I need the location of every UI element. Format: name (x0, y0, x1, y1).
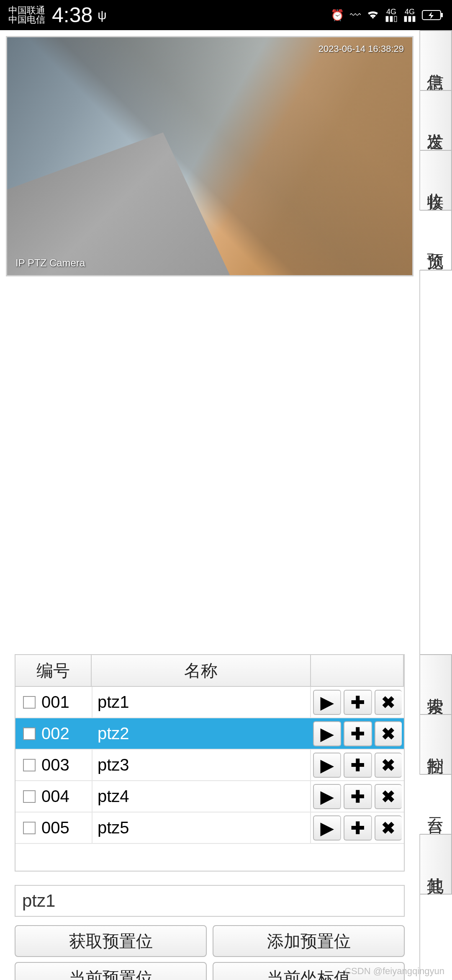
alarm-icon: ⏰ (331, 9, 344, 22)
vibrate-icon: 〰 (350, 9, 361, 22)
checkbox[interactable] (23, 790, 36, 803)
usb-icon: ψ (98, 8, 106, 22)
play-icon[interactable]: ▶ (313, 721, 341, 746)
checkbox[interactable] (23, 822, 36, 834)
tab-send[interactable]: 发送 (420, 90, 452, 151)
close-icon[interactable]: ✖ (375, 690, 402, 715)
tab-info[interactable]: 信息 (420, 30, 452, 91)
play-icon[interactable]: ▶ (313, 784, 341, 809)
plus-icon[interactable]: ✚ (344, 815, 372, 841)
tabs-top: 信息 发送 接收 预览 (419, 30, 452, 654)
svg-rect-1 (441, 13, 443, 17)
checkbox[interactable] (23, 696, 36, 709)
video-label: IP PTZ Camera (15, 257, 85, 269)
tab-receive[interactable]: 接收 (420, 150, 452, 211)
table-blank (15, 844, 404, 871)
table-row[interactable]: 003 ptz3 ▶✚✖ (15, 750, 404, 781)
plus-icon[interactable]: ✚ (344, 721, 372, 746)
video-preview[interactable]: 2023-06-14 16:38:29 IP PTZ Camera (6, 36, 413, 276)
status-bar: 中国联通 中国电信 4:38 ψ ⏰ 〰 4G▮▮▯ 4G▮▮▮ (0, 0, 452, 30)
table-row[interactable]: 004 ptz4 ▶✚✖ (15, 781, 404, 812)
get-preset-button[interactable]: 获取预置位 (15, 925, 207, 957)
header-id[interactable]: 编号 (15, 655, 92, 686)
checkbox[interactable] (23, 759, 36, 771)
current-preset-button[interactable]: 当前预置位 (15, 962, 207, 980)
plus-icon[interactable]: ✚ (344, 784, 372, 809)
tabs-bottom: 搜索 控制 云台 其他 (419, 654, 452, 980)
battery-icon (422, 9, 444, 21)
status-time: 4:38 (52, 3, 92, 27)
table-row[interactable]: 005 ptz5 ▶✚✖ (15, 812, 404, 844)
tab-other[interactable]: 其他 (420, 834, 452, 895)
checkbox[interactable] (23, 727, 36, 740)
header-name[interactable]: 名称 (92, 655, 311, 686)
tab-preview[interactable]: 预览 (419, 210, 452, 271)
watermark: CSDN @feiyangqingyun (344, 966, 444, 977)
tab-ptz[interactable]: 云台 (419, 774, 452, 835)
play-icon[interactable]: ▶ (313, 690, 341, 715)
plus-icon[interactable]: ✚ (344, 753, 372, 778)
signal-4g-1-icon: 4G▮▮▯ (385, 8, 398, 22)
signal-4g-2-icon: 4G▮▮▮ (403, 8, 416, 22)
close-icon[interactable]: ✖ (375, 815, 402, 841)
close-icon[interactable]: ✖ (375, 753, 402, 778)
wifi-icon (367, 10, 379, 20)
video-timestamp: 2023-06-14 16:38:29 (318, 44, 404, 54)
plus-icon[interactable]: ✚ (344, 690, 372, 715)
carrier-2: 中国电信 (8, 15, 45, 24)
play-icon[interactable]: ▶ (313, 753, 341, 778)
carrier-1: 中国联通 (8, 6, 45, 15)
close-icon[interactable]: ✖ (375, 721, 402, 746)
table-row[interactable]: 002 ptz2 ▶✚✖ (15, 718, 404, 750)
tab-control[interactable]: 控制 (420, 714, 452, 775)
table-row[interactable]: 001 ptz1 ▶✚✖ (15, 687, 404, 718)
play-icon[interactable]: ▶ (313, 815, 341, 841)
tab-search[interactable]: 搜索 (420, 654, 452, 715)
preset-table: 编号 名称 001 ptz1 ▶✚✖ 002 ptz2 ▶✚✖ 003 ptz3… (15, 654, 405, 872)
add-preset-button[interactable]: 添加预置位 (213, 925, 405, 957)
close-icon[interactable]: ✖ (375, 784, 402, 809)
preset-name-input[interactable] (15, 885, 405, 917)
